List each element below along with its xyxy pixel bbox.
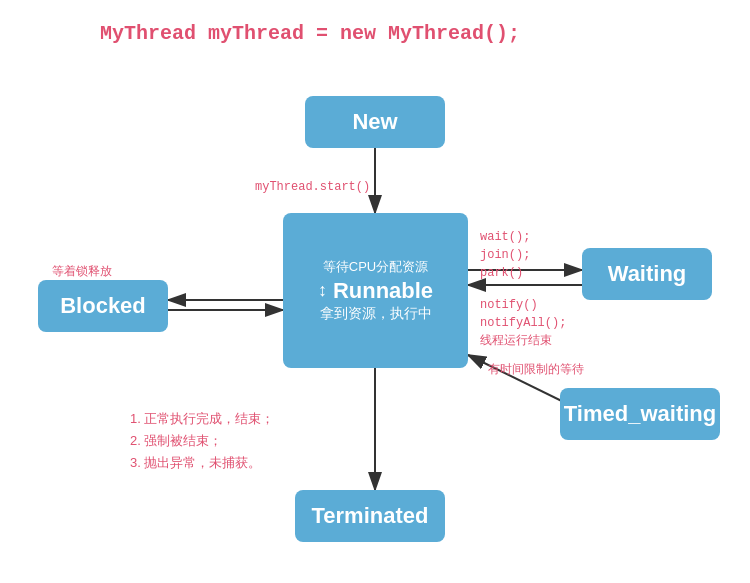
timed-waiting-label: Timed_waiting bbox=[564, 401, 716, 427]
wait-join-park-annotation: wait();join();park() bbox=[480, 228, 530, 282]
timed-waiting-state: Timed_waiting bbox=[560, 388, 720, 440]
blocked-annotation: 等着锁释放 bbox=[52, 262, 112, 280]
top-code-label: MyThread myThread = new MyThread(); bbox=[100, 22, 520, 45]
runnable-state: 等待CPU分配资源 ↕ Runnable 拿到资源，执行中 bbox=[283, 213, 468, 368]
start-annotation: myThread.start() bbox=[255, 178, 370, 196]
blocked-label: Blocked bbox=[60, 293, 146, 319]
terminated-reasons-annotation: 1. 正常执行完成，结束； 2. 强制被结束； 3. 抛出异常，未捕获。 bbox=[130, 408, 274, 474]
new-label: New bbox=[352, 109, 397, 135]
terminated-label: Terminated bbox=[312, 503, 429, 529]
runnable-top-text: 等待CPU分配资源 bbox=[323, 258, 428, 276]
runnable-main-label: Runnable bbox=[333, 278, 433, 304]
timed-waiting-annotation: 有时间限制的等待 bbox=[488, 360, 584, 378]
new-state: New bbox=[305, 96, 445, 148]
terminated-state: Terminated bbox=[295, 490, 445, 542]
notify-annotation: notify()notifyAll();线程运行结束 bbox=[480, 296, 566, 350]
runnable-bottom-text: 拿到资源，执行中 bbox=[320, 304, 432, 324]
waiting-label: Waiting bbox=[608, 261, 687, 287]
blocked-state: Blocked bbox=[38, 280, 168, 332]
diagram-container: MyThread myThread = new MyThread(); bbox=[0, 0, 750, 583]
waiting-state: Waiting bbox=[582, 248, 712, 300]
